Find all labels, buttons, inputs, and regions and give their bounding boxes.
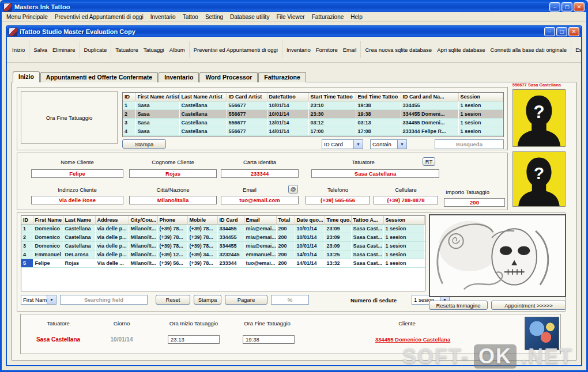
reset-button[interactable]: Reset — [156, 295, 190, 305]
column-header[interactable]: Mobile — [187, 216, 217, 225]
tattoo-artwork-image[interactable] — [429, 214, 566, 297]
artist-photo-placeholder[interactable]: ? — [512, 89, 566, 147]
tatuatore-field[interactable]: Sasa Castellana — [311, 169, 439, 178]
column-header[interactable]: ID — [123, 93, 135, 101]
column-header[interactable]: Time quo... — [325, 216, 351, 225]
toolbar-button[interactable]: Inizio — [12, 47, 25, 53]
toolbar-button[interactable]: Album — [169, 47, 185, 53]
searching-field-input[interactable] — [60, 295, 148, 305]
menu-item[interactable]: Setting — [202, 13, 227, 21]
column-header[interactable]: Session — [458, 93, 503, 101]
table-row[interactable]: 3SasaCastellana55667713/01/1403:1203:133… — [123, 119, 503, 127]
menu-item[interactable]: Menu Principale — [3, 13, 51, 21]
column-header[interactable]: Phone — [157, 216, 187, 225]
toolbar-button[interactable]: Salva — [33, 47, 47, 53]
table-row[interactable]: 2SasaCastellana55667710/01/1423:3019:383… — [123, 110, 503, 119]
telefono-field[interactable]: (+39) 565-656 — [306, 196, 370, 204]
filter-mode-combo[interactable]: Contain ▼ — [370, 139, 407, 149]
column-header[interactable]: Email — [244, 216, 276, 225]
email-at-button[interactable]: @ — [288, 185, 298, 193]
rt-button[interactable]: RT — [423, 157, 435, 166]
importo-field[interactable]: 200 — [444, 198, 505, 207]
toolbar-button[interactable]: Crea nuova sqlite database — [365, 47, 432, 53]
column-header[interactable]: DateTattoo — [267, 93, 308, 101]
citta-field[interactable]: Milano/Italia — [129, 196, 217, 204]
cellulare-field[interactable]: (+39) 788-8878 — [374, 196, 438, 204]
footer-cliente-link[interactable]: 334455 Domenico Castellana — [355, 336, 470, 343]
table-row[interactable]: 3DomenicoCastellanavia delle p...Milano/… — [21, 242, 425, 250]
cognome-field[interactable]: Rojas — [129, 169, 217, 178]
column-header[interactable]: First Name Artist — [135, 93, 179, 101]
menu-item[interactable]: Tattoo — [179, 13, 202, 21]
table-row[interactable]: 4EmmanuelDeLarosavia delle p...Milano/It… — [21, 250, 425, 259]
column-header[interactable]: Total — [276, 216, 295, 225]
carta-identita-field[interactable]: 233344 — [221, 169, 299, 178]
close-button[interactable]: ✕ — [574, 2, 585, 12]
column-header[interactable]: ID Card Artist — [227, 93, 267, 101]
toolbar-button[interactable]: Connetti alla base dati originale — [491, 47, 567, 53]
column-header[interactable]: ID — [21, 216, 33, 225]
toolbar-button[interactable]: Preventivi ed Appuntamenti di oggi — [194, 47, 278, 53]
email-field[interactable]: tuo@email.com — [221, 196, 299, 204]
column-header[interactable]: Address — [95, 216, 129, 225]
column-header[interactable]: ID Card and Na... — [401, 93, 458, 101]
nome-field[interactable]: Felipe — [31, 169, 123, 178]
resetta-immagine-button[interactable]: Resetta Immagine — [429, 301, 488, 310]
tab-appuntamenti[interactable]: Appuntamenti ed Offerte Confermate — [40, 72, 158, 82]
chevron-down-icon[interactable]: ▼ — [397, 140, 406, 149]
chevron-down-icon[interactable]: ▼ — [353, 140, 363, 149]
column-header[interactable]: ID Card — [217, 216, 244, 225]
column-header[interactable]: Last Name — [63, 216, 95, 225]
column-header[interactable]: First Name — [33, 216, 63, 225]
column-header[interactable]: End Time Tattoo — [356, 93, 401, 101]
stampa-button[interactable]: Stampa — [122, 139, 166, 149]
menu-item[interactable]: File Viewer — [273, 13, 308, 21]
close-button[interactable]: ✕ — [568, 27, 579, 36]
column-header[interactable]: Last Name Artist — [179, 93, 227, 101]
toolbar-button[interactable]: Email — [343, 47, 357, 53]
toolbar-button[interactable]: Esci — [575, 47, 581, 53]
column-header[interactable]: Session — [383, 216, 425, 225]
filter-field-combo[interactable]: ID Card ▼ — [322, 139, 363, 149]
appointment-button[interactable]: Appointment >>>>> — [491, 301, 566, 310]
toolbar-button[interactable]: Fornitore — [316, 47, 338, 53]
toolbar-button[interactable]: Tatuatore — [115, 47, 138, 53]
toolbar-button[interactable]: Duplicate — [84, 47, 107, 53]
table-row[interactable]: 4SasaCastellana55667714/01/1417:0017:082… — [123, 127, 503, 136]
column-header[interactable]: City/Cou... — [129, 216, 157, 225]
minimize-button[interactable]: – — [544, 27, 555, 36]
minimize-button[interactable]: – — [549, 2, 560, 12]
percent-input[interactable] — [271, 295, 309, 305]
tab-inventario[interactable]: Inventario — [159, 72, 199, 82]
menu-item[interactable]: Help — [347, 13, 366, 21]
tab-fatturazione[interactable]: Fatturazione — [258, 72, 306, 82]
tab-inizio[interactable]: Inizio — [13, 71, 40, 82]
toolbar-button[interactable]: Apri sqlite database — [437, 47, 485, 53]
stampa-button[interactable]: Stampa — [194, 295, 221, 305]
footer-ora-fine-field[interactable]: 19:38 — [243, 335, 295, 344]
table-row[interactable]: 5FelipeRojasVia delle ...Milano/It...(+3… — [21, 259, 425, 268]
menu-item[interactable]: Database utility — [227, 13, 273, 21]
column-header[interactable]: Date quo... — [295, 216, 325, 225]
chevron-down-icon[interactable]: ▼ — [47, 295, 56, 304]
pagare-button[interactable]: Pagare — [225, 295, 267, 305]
busqueda-search-input[interactable] — [435, 139, 504, 149]
client-photo-placeholder[interactable]: ? — [512, 151, 566, 207]
maximize-button[interactable]: ▢ — [556, 27, 567, 36]
footer-ora-inizio-field[interactable]: 23:13 — [168, 335, 220, 344]
toolbar-button[interactable]: Eliminare — [52, 47, 76, 53]
column-header[interactable]: Start Time Tattoo — [308, 93, 356, 101]
menu-item[interactable]: Preventivi ed Appuntamenti di oggi — [51, 13, 147, 21]
menu-item[interactable]: Fatturazione — [308, 13, 348, 21]
tab-word-processor[interactable]: Word Processor — [199, 72, 258, 82]
column-header[interactable]: Tattoo A... — [351, 216, 383, 225]
table-row[interactable]: 1DomenicoCastellanavia delle p...Milano/… — [21, 225, 425, 233]
column-filter-combo[interactable]: First Name ▼ — [21, 295, 56, 305]
indirizzo-field[interactable]: Via delle Rose — [31, 196, 123, 204]
menu-item[interactable]: Inventario — [147, 13, 179, 21]
toolbar-button[interactable]: Inventario — [287, 47, 311, 53]
table-row[interactable]: 2DomenicoCastellanavia delle p...Milano/… — [21, 233, 425, 242]
table-row[interactable]: 1SasaCastellana55667710/01/1423:1019:383… — [123, 101, 503, 110]
toolbar-button[interactable]: Tatuaggi — [144, 47, 164, 53]
maximize-button[interactable]: ▢ — [561, 2, 572, 12]
